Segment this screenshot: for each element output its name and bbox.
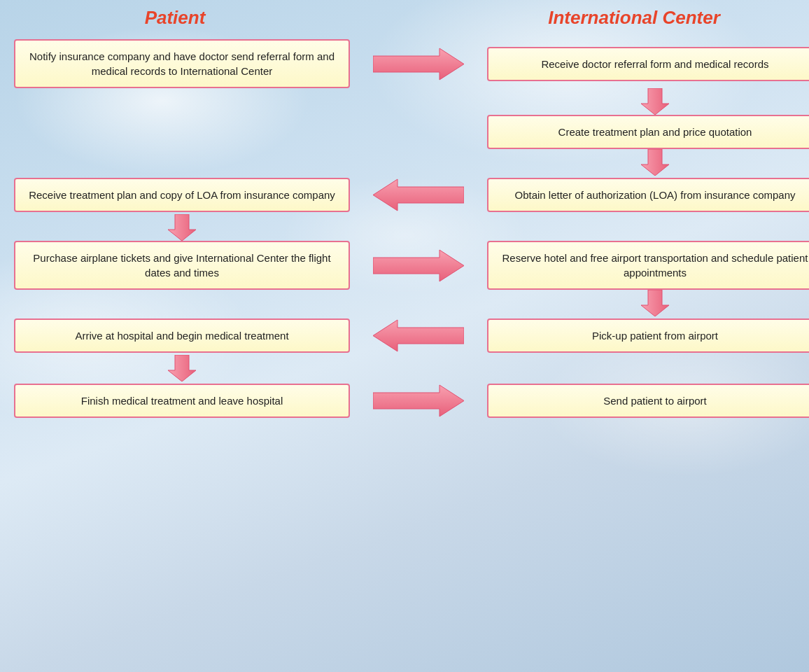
vert-arrow-row5	[14, 355, 795, 382]
svg-marker-0	[373, 48, 464, 80]
step-p4: Arrive at hospital and begin medical tre…	[14, 318, 350, 353]
step-ic1: Receive doctor referral form and medical…	[487, 47, 809, 81]
down-arrow-ic1	[638, 88, 673, 115]
right-col-row1: Receive doctor referral form and medical…	[487, 47, 809, 81]
step-p2: Receive treatment plan and copy of LOA f…	[14, 178, 350, 212]
arrow-right-3	[373, 382, 464, 420]
arrow-left-2	[373, 316, 464, 355]
svg-marker-8	[168, 355, 196, 382]
down-arrow-ic4	[638, 290, 673, 316]
column-headers: Patient International Center	[14, 7, 795, 29]
vert-arrow-row1	[14, 88, 795, 115]
step-ic4: Reserve hotel and free airport transport…	[487, 241, 809, 290]
down-arrow-p2	[164, 214, 199, 241]
flow-row-2: Create treatment plan and price quotatio…	[14, 115, 795, 149]
vert-arrow-row4	[14, 290, 795, 316]
flow-row-1: Notify insurance company and have doctor…	[14, 39, 795, 88]
vert-arrow-row3	[14, 214, 795, 241]
svg-marker-4	[168, 214, 196, 241]
svg-marker-2	[641, 149, 669, 176]
svg-marker-3	[373, 179, 464, 211]
step-p5: Finish medical treatment and leave hospi…	[14, 384, 350, 418]
patient-header: Patient	[14, 7, 336, 29]
vert-arrow-row2	[14, 149, 795, 176]
step-ic6: Send patient to airport	[487, 384, 809, 418]
svg-marker-7	[373, 320, 464, 351]
flow-row-4: Purchase airplane tickets and give Inter…	[14, 241, 795, 290]
svg-marker-1	[641, 88, 669, 115]
middle-col-row1	[350, 45, 487, 83]
flow-row-5: Arrive at hospital and begin medical tre…	[14, 316, 795, 355]
down-arrow-ic2	[638, 149, 673, 176]
step-ic5: Pick-up patient from airport	[487, 318, 809, 353]
ic-header: International Center	[473, 7, 795, 29]
step-ic2: Create treatment plan and price quotatio…	[487, 115, 809, 149]
flow-row-6: Finish medical treatment and leave hospi…	[14, 382, 795, 420]
arrow-left-1	[373, 176, 464, 214]
svg-marker-9	[373, 385, 464, 416]
flow-row-3: Receive treatment plan and copy of LOA f…	[14, 176, 795, 214]
left-col-row1: Notify insurance company and have doctor…	[14, 39, 350, 88]
svg-marker-6	[641, 290, 669, 316]
arrow-right-2	[373, 246, 464, 285]
step-ic3: Obtain letter of authorization (LOA) fro…	[487, 178, 809, 212]
svg-marker-5	[373, 250, 464, 281]
main-container: Patient International Center Notify insu…	[0, 0, 809, 672]
step-p3: Purchase airplane tickets and give Inter…	[14, 241, 350, 290]
arrow-right-1	[373, 45, 464, 83]
down-arrow-p4	[164, 355, 199, 382]
step-p1: Notify insurance company and have doctor…	[14, 39, 350, 88]
